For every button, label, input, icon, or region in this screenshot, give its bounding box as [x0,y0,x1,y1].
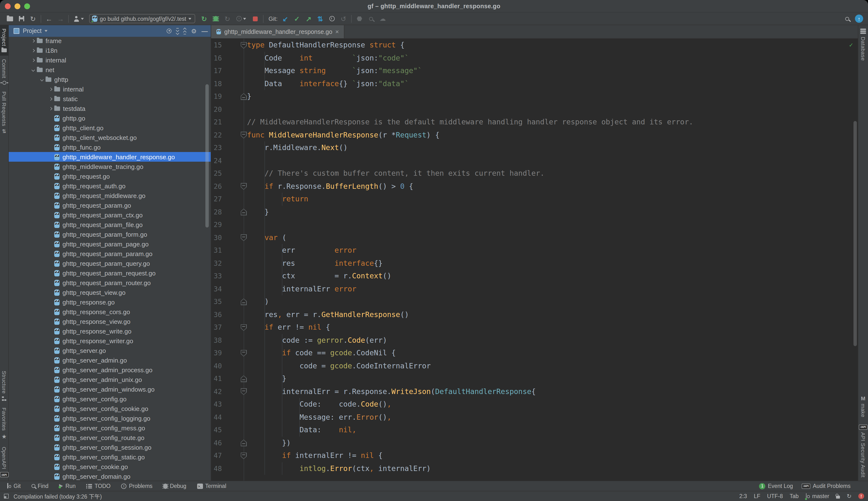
line-number[interactable]: 15 [211,39,222,52]
code-line[interactable]: 31 err error [211,244,858,257]
tree-chevron-icon[interactable] [29,68,37,71]
code-line[interactable]: 35 ) [211,295,858,308]
code-line[interactable]: 37 if err != nil { [211,321,858,334]
code-line[interactable]: 36 res, err = r.GetHandlerResponse() [211,308,858,321]
line-number[interactable]: 21 [211,116,222,128]
code-line[interactable]: 22func MiddlewareHandlerResponse(r *Requ… [211,128,858,141]
tree-row-file[interactable]: ghttp_server_admin_unix.go [9,375,211,384]
tree-row-file[interactable]: ghttp_response_view.go [9,317,211,326]
editor-scrollbar[interactable] [854,121,857,346]
git-branch-widget[interactable]: master [806,493,829,499]
profiler-button[interactable] [233,13,250,24]
search-structurally-button[interactable] [365,13,377,24]
history-button[interactable] [326,13,338,24]
tree-chevron-icon[interactable] [46,88,54,90]
code-line[interactable]: 16 Code int `json:"code"` [211,52,858,64]
undo-button[interactable]: ↺ [338,13,349,24]
fold-marker-icon[interactable] [240,209,247,215]
ide-update-notification[interactable]: ↑ [855,14,863,23]
tree-row-file[interactable]: ghttp_server_config_session.go [9,443,211,452]
inspections-ok-icon[interactable]: ✓ [849,41,853,49]
line-number[interactable]: 23 [211,141,222,154]
tree-row-file[interactable]: ghttp_func.go [9,142,211,152]
code-line[interactable]: 18 Data interface{} `json:"data"` [211,77,858,90]
line-number[interactable]: 20 [211,103,222,116]
back-button[interactable]: ← [43,13,55,24]
tree-chevron-icon[interactable] [29,59,37,61]
code-line[interactable]: 42 internalErr = r.Response.WriteJson(De… [211,385,858,398]
git-update-button[interactable]: ↙ [280,13,291,24]
line-number[interactable]: 17 [211,64,222,77]
tree-row-file[interactable]: ghttp_request_param_ctx.go [9,210,211,220]
read-write-lock-icon[interactable] [836,496,840,499]
audit-problems-button[interactable]: /API Audit Problems [802,483,850,489]
toolwindow-todo[interactable]: TODO [86,483,111,489]
git-commit-button[interactable]: ✓ [291,13,303,24]
tree-row-file[interactable]: ghttp_middleware_tracing.go [9,162,211,171]
tree-row-folder[interactable]: frame [9,36,211,45]
fold-marker-icon[interactable] [240,439,247,446]
git-fetch-button[interactable]: ⇅ [314,13,326,24]
code-line[interactable]: 17 Message string `json:"message"` [211,64,858,77]
build-button[interactable] [354,13,365,24]
line-number[interactable]: 26 [211,180,222,193]
tree-row-file[interactable]: ghttp_request_param_file.go [9,220,211,230]
indent-style[interactable]: Tab [789,493,798,499]
tree-row-folder[interactable]: static [9,94,211,104]
line-number[interactable]: 36 [211,308,222,321]
tree-row-file[interactable]: ghttp_client_websocket.go [9,132,211,142]
stripe-button-project[interactable]: Project [0,25,9,56]
stripe-button-favorites[interactable]: Favorites ★ [0,404,9,444]
tree-row-file[interactable]: ghttp_middleware_handler_response.go [9,152,211,162]
line-number[interactable]: 30 [211,231,222,244]
toolwindow-run[interactable]: Run [59,483,75,489]
line-number[interactable]: 33 [211,270,222,283]
line-number[interactable]: 37 [211,321,222,334]
tree-row-file[interactable]: ghttp_response_writer.go [9,336,211,345]
fold-marker-icon[interactable] [240,132,247,138]
toolwindow-terminal[interactable]: >_ Terminal [197,483,226,489]
hide-panel-icon[interactable]: — [201,27,208,35]
tree-chevron-icon[interactable] [46,107,54,110]
line-number[interactable]: 40 [211,360,222,372]
status-message[interactable]: Compilation failed (today 3:26 下午) [13,492,102,500]
tree-row-file[interactable]: ghttp_request_param_request.go [9,268,211,278]
tree-row-file[interactable]: ghttp_server_admin_windows.go [9,384,211,394]
tree-row-file[interactable]: ghttp_server_admin_process.go [9,365,211,375]
line-number[interactable]: 19 [211,90,222,103]
fold-marker-icon[interactable] [240,324,247,331]
tree-row-file[interactable]: ghttp_request_auth.go [9,181,211,191]
tree-row-file[interactable]: ghttp_request.go [9,171,211,181]
expand-all-icon[interactable] [177,28,179,34]
line-number[interactable]: 25 [211,167,222,180]
tree-row-file[interactable]: ghttp_response.go [9,297,211,307]
line-number[interactable]: 41 [211,372,222,385]
save-all-button[interactable] [15,13,27,24]
fold-marker-icon[interactable] [240,93,247,100]
line-number[interactable]: 43 [211,398,222,411]
code-line[interactable]: 26 if r.Response.BufferLength() > 0 { [211,180,858,193]
file-encoding[interactable]: UTF-8 [767,493,783,499]
search-everywhere-button[interactable] [841,13,853,24]
code-line[interactable]: 34 internalErr error [211,283,858,295]
code-line[interactable]: 28 } [211,205,858,218]
line-number[interactable]: 18 [211,77,222,90]
user-menu-button[interactable] [71,13,86,24]
cloud-button[interactable]: ☁ [377,13,388,24]
line-number[interactable]: 39 [211,347,222,360]
stripe-button-make[interactable]: M make [858,392,868,421]
sync-button[interactable]: ↻ [27,13,39,24]
tree-row-file[interactable]: ghttp_request_param_page.go [9,239,211,249]
stripe-button-pull-requests[interactable]: Pull Requests ⇅ [0,88,9,138]
code-line[interactable]: 41 } [211,372,858,385]
line-number[interactable]: 44 [211,411,222,424]
line-separator[interactable]: LF [754,493,760,499]
tree-row-file[interactable]: ghttp_server_domain.go [9,471,211,481]
line-number[interactable]: 38 [211,334,222,347]
code-line[interactable]: 30 var ( [211,231,858,244]
close-tab-icon[interactable]: × [335,29,339,35]
tree-row-file[interactable]: ghttp_server.go [9,345,211,355]
debug-button[interactable] [210,13,222,24]
tree-row-folder[interactable]: net [9,65,211,75]
tree-row-file[interactable]: ghttp_request_middleware.go [9,191,211,200]
